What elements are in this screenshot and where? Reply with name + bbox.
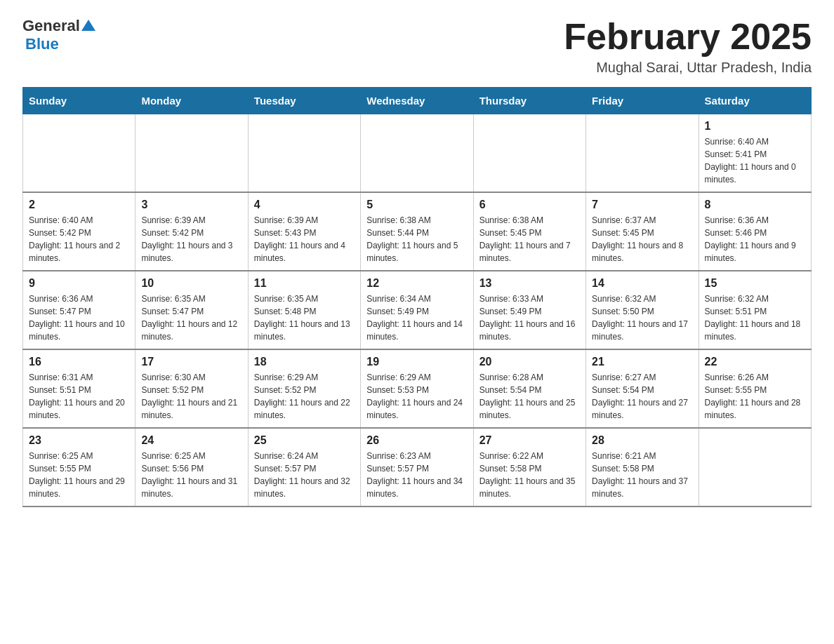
calendar-week-row: 9Sunrise: 6:36 AMSunset: 5:47 PMDaylight… [23, 271, 812, 349]
day-info: Sunrise: 6:33 AMSunset: 5:49 PMDaylight:… [479, 293, 580, 343]
weekday-header-tuesday: Tuesday [248, 88, 360, 114]
day-info: Sunrise: 6:39 AMSunset: 5:42 PMDaylight:… [141, 214, 241, 264]
weekday-header-sunday: Sunday [23, 88, 135, 114]
logo-general-text: General [22, 17, 80, 35]
calendar-table: SundayMondayTuesdayWednesdayThursdayFrid… [22, 87, 812, 507]
day-number: 21 [592, 356, 692, 368]
day-number: 4 [254, 199, 355, 211]
calendar-cell: 8Sunrise: 6:36 AMSunset: 5:46 PMDaylight… [699, 192, 811, 271]
calendar-cell: 22Sunrise: 6:26 AMSunset: 5:55 PMDayligh… [699, 349, 811, 428]
day-info: Sunrise: 6:36 AMSunset: 5:46 PMDaylight:… [705, 214, 805, 264]
logo-blue-text: Blue [25, 35, 59, 53]
calendar-cell [361, 114, 473, 193]
day-number: 8 [705, 199, 805, 211]
calendar-cell: 12Sunrise: 6:34 AMSunset: 5:49 PMDayligh… [361, 271, 473, 349]
day-info: Sunrise: 6:26 AMSunset: 5:55 PMDaylight:… [705, 371, 805, 422]
day-info: Sunrise: 6:24 AMSunset: 5:57 PMDaylight:… [254, 450, 355, 500]
day-info: Sunrise: 6:35 AMSunset: 5:47 PMDaylight:… [141, 293, 241, 343]
day-info: Sunrise: 6:40 AMSunset: 5:42 PMDaylight:… [29, 214, 129, 264]
day-number: 7 [592, 199, 692, 211]
calendar-cell: 10Sunrise: 6:35 AMSunset: 5:47 PMDayligh… [135, 271, 248, 349]
weekday-header-row: SundayMondayTuesdayWednesdayThursdayFrid… [23, 88, 812, 114]
calendar-week-row: 23Sunrise: 6:25 AMSunset: 5:55 PMDayligh… [23, 428, 812, 507]
calendar-cell: 18Sunrise: 6:29 AMSunset: 5:52 PMDayligh… [248, 349, 360, 428]
calendar-cell: 7Sunrise: 6:37 AMSunset: 5:45 PMDaylight… [586, 192, 699, 271]
calendar-cell: 1Sunrise: 6:40 AMSunset: 5:41 PMDaylight… [699, 114, 811, 193]
weekday-header-friday: Friday [586, 88, 699, 114]
weekday-header-thursday: Thursday [473, 88, 585, 114]
day-info: Sunrise: 6:34 AMSunset: 5:49 PMDaylight:… [366, 293, 467, 343]
day-info: Sunrise: 6:22 AMSunset: 5:58 PMDaylight:… [479, 450, 580, 500]
logo: General Blue [22, 17, 95, 53]
day-number: 28 [592, 434, 692, 447]
calendar-week-row: 1Sunrise: 6:40 AMSunset: 5:41 PMDaylight… [23, 114, 812, 193]
day-number: 20 [479, 356, 580, 368]
day-info: Sunrise: 6:27 AMSunset: 5:54 PMDaylight:… [592, 371, 692, 422]
calendar-cell: 9Sunrise: 6:36 AMSunset: 5:47 PMDaylight… [23, 271, 135, 349]
calendar-cell: 14Sunrise: 6:32 AMSunset: 5:50 PMDayligh… [586, 271, 699, 349]
calendar-cell: 21Sunrise: 6:27 AMSunset: 5:54 PMDayligh… [586, 349, 699, 428]
day-info: Sunrise: 6:21 AMSunset: 5:58 PMDaylight:… [592, 450, 692, 500]
logo-triangle-icon [81, 20, 95, 31]
calendar-cell [586, 114, 699, 193]
day-info: Sunrise: 6:37 AMSunset: 5:45 PMDaylight:… [592, 214, 692, 264]
weekday-header-wednesday: Wednesday [361, 88, 473, 114]
day-info: Sunrise: 6:38 AMSunset: 5:45 PMDaylight:… [479, 214, 580, 264]
calendar-cell: 17Sunrise: 6:30 AMSunset: 5:52 PMDayligh… [135, 349, 248, 428]
calendar-cell: 11Sunrise: 6:35 AMSunset: 5:48 PMDayligh… [248, 271, 360, 349]
calendar-cell: 25Sunrise: 6:24 AMSunset: 5:57 PMDayligh… [248, 428, 360, 507]
calendar-cell: 5Sunrise: 6:38 AMSunset: 5:44 PMDaylight… [361, 192, 473, 271]
day-info: Sunrise: 6:35 AMSunset: 5:48 PMDaylight:… [254, 293, 355, 343]
day-number: 9 [29, 277, 129, 290]
day-info: Sunrise: 6:29 AMSunset: 5:52 PMDaylight:… [254, 371, 355, 422]
calendar-cell: 20Sunrise: 6:28 AMSunset: 5:54 PMDayligh… [473, 349, 585, 428]
day-number: 19 [366, 356, 467, 368]
logo-text: General [22, 17, 95, 35]
day-number: 12 [366, 277, 467, 290]
calendar-week-row: 16Sunrise: 6:31 AMSunset: 5:51 PMDayligh… [23, 349, 812, 428]
day-number: 11 [254, 277, 355, 290]
location-title: Mughal Sarai, Uttar Pradesh, India [564, 60, 812, 76]
day-info: Sunrise: 6:30 AMSunset: 5:52 PMDaylight:… [141, 371, 241, 422]
day-info: Sunrise: 6:28 AMSunset: 5:54 PMDaylight:… [479, 371, 580, 422]
calendar-week-row: 2Sunrise: 6:40 AMSunset: 5:42 PMDaylight… [23, 192, 812, 271]
calendar-cell: 4Sunrise: 6:39 AMSunset: 5:43 PMDaylight… [248, 192, 360, 271]
weekday-header-saturday: Saturday [699, 88, 811, 114]
day-number: 26 [366, 434, 467, 447]
day-info: Sunrise: 6:31 AMSunset: 5:51 PMDaylight:… [29, 371, 129, 422]
day-info: Sunrise: 6:25 AMSunset: 5:55 PMDaylight:… [29, 450, 129, 500]
calendar-cell: 27Sunrise: 6:22 AMSunset: 5:58 PMDayligh… [473, 428, 585, 507]
day-number: 3 [141, 199, 241, 211]
day-number: 13 [479, 277, 580, 290]
calendar-cell: 3Sunrise: 6:39 AMSunset: 5:42 PMDaylight… [135, 192, 248, 271]
day-info: Sunrise: 6:32 AMSunset: 5:51 PMDaylight:… [705, 293, 805, 343]
day-number: 10 [141, 277, 241, 290]
calendar-cell: 6Sunrise: 6:38 AMSunset: 5:45 PMDaylight… [473, 192, 585, 271]
day-number: 22 [705, 356, 805, 368]
day-number: 27 [479, 434, 580, 447]
day-number: 18 [254, 356, 355, 368]
calendar-cell: 24Sunrise: 6:25 AMSunset: 5:56 PMDayligh… [135, 428, 248, 507]
month-title: February 2025 [564, 17, 812, 57]
calendar-cell: 23Sunrise: 6:25 AMSunset: 5:55 PMDayligh… [23, 428, 135, 507]
calendar-cell: 28Sunrise: 6:21 AMSunset: 5:58 PMDayligh… [586, 428, 699, 507]
calendar-cell: 13Sunrise: 6:33 AMSunset: 5:49 PMDayligh… [473, 271, 585, 349]
calendar-cell: 26Sunrise: 6:23 AMSunset: 5:57 PMDayligh… [361, 428, 473, 507]
day-number: 5 [366, 199, 467, 211]
day-info: Sunrise: 6:40 AMSunset: 5:41 PMDaylight:… [705, 135, 805, 186]
calendar-cell: 16Sunrise: 6:31 AMSunset: 5:51 PMDayligh… [23, 349, 135, 428]
day-number: 14 [592, 277, 692, 290]
day-info: Sunrise: 6:23 AMSunset: 5:57 PMDaylight:… [366, 450, 467, 500]
day-info: Sunrise: 6:32 AMSunset: 5:50 PMDaylight:… [592, 293, 692, 343]
day-number: 16 [29, 356, 129, 368]
calendar-cell [248, 114, 360, 193]
day-info: Sunrise: 6:39 AMSunset: 5:43 PMDaylight:… [254, 214, 355, 264]
calendar-cell: 19Sunrise: 6:29 AMSunset: 5:53 PMDayligh… [361, 349, 473, 428]
day-info: Sunrise: 6:38 AMSunset: 5:44 PMDaylight:… [366, 214, 467, 264]
day-number: 6 [479, 199, 580, 211]
day-info: Sunrise: 6:36 AMSunset: 5:47 PMDaylight:… [29, 293, 129, 343]
calendar-cell: 15Sunrise: 6:32 AMSunset: 5:51 PMDayligh… [699, 271, 811, 349]
calendar-cell [135, 114, 248, 193]
day-number: 17 [141, 356, 241, 368]
header: General Blue February 2025 Mughal Sarai,… [22, 17, 812, 76]
